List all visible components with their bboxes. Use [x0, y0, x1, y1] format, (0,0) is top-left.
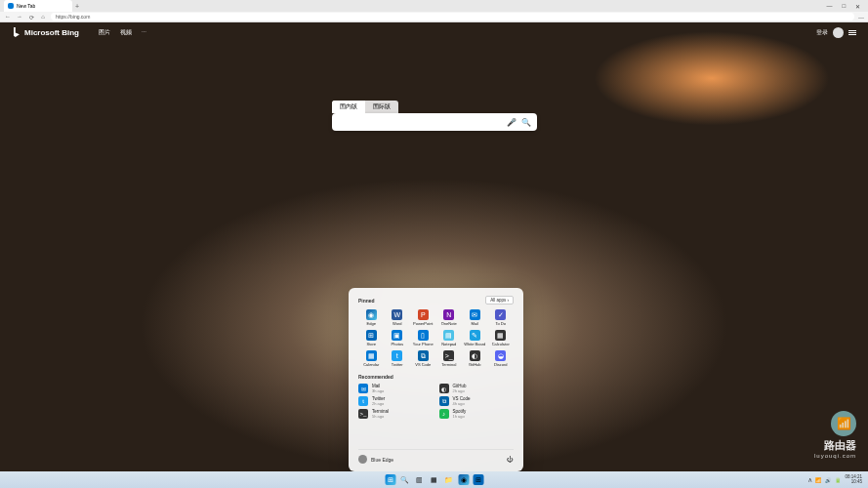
user-avatar[interactable]	[833, 27, 844, 38]
reco-icon: ✉	[358, 384, 368, 393]
url-text: https://bing.com	[56, 14, 90, 20]
taskbar-start-button[interactable]: ⊞	[385, 474, 395, 485]
app-icon: ◒	[495, 350, 506, 361]
pinned-app-photos[interactable]: ▣Photos	[385, 329, 411, 347]
app-label: Mail	[472, 321, 478, 326]
recommended-item-github[interactable]: ◐GitHub2h ago	[439, 384, 515, 393]
pinned-app-github[interactable]: ◐GitHub	[462, 349, 488, 368]
search-tab-domestic[interactable]: 国内版	[332, 101, 365, 113]
app-label: Calendar	[363, 362, 379, 367]
window-minimize[interactable]: —	[826, 3, 832, 10]
search-container: 国内版 国际版 🎤 🔍	[332, 101, 537, 131]
extensions-icon[interactable]: ⋯	[858, 14, 864, 20]
recommended-item-vs-code[interactable]: ⧉VS Code4h ago	[439, 396, 515, 406]
pinned-app-to-do[interactable]: ✓To Do	[488, 308, 515, 327]
watermark-title: 路由器	[814, 438, 856, 453]
pinned-app-terminal[interactable]: >_Terminal	[436, 349, 463, 368]
nav-images[interactable]: 图片	[99, 28, 110, 37]
pinned-app-vs-code[interactable]: ⧉VS Code	[410, 349, 436, 368]
pinned-app-calendar[interactable]: ▦Calendar	[358, 349, 385, 368]
search-box[interactable]: 🎤 🔍	[332, 113, 537, 131]
pinned-app-calculator[interactable]: ▦Calculator	[488, 329, 515, 347]
recommended-item-mail[interactable]: ✉Mail3h ago	[358, 384, 434, 393]
nav-more[interactable]: ···	[142, 28, 146, 37]
bing-logo-icon	[12, 27, 21, 37]
reco-icon: t	[358, 396, 368, 406]
all-apps-button[interactable]: All apps ›	[485, 296, 514, 305]
app-label: Terminal	[441, 362, 456, 367]
voice-search-icon[interactable]: 🎤	[507, 118, 517, 127]
tray-battery-icon[interactable]: 🔋	[835, 477, 841, 483]
nav-videos[interactable]: 视频	[120, 28, 132, 37]
recommended-item-terminal[interactable]: >_Terminal5h ago	[358, 409, 434, 419]
pinned-app-twitter[interactable]: tTwitter	[385, 349, 411, 368]
app-label: VS Code	[415, 362, 431, 367]
app-icon: ▤	[443, 330, 454, 341]
recommended-item-twitter[interactable]: tTwitter2h ago	[358, 396, 434, 406]
bing-logo[interactable]: Microsoft Bing	[12, 27, 79, 37]
new-tab-button[interactable]: +	[72, 3, 82, 10]
app-icon: ▦	[495, 330, 506, 341]
hamburger-menu-icon[interactable]	[848, 30, 856, 35]
app-icon: P	[418, 309, 429, 320]
search-icon[interactable]: 🔍	[521, 118, 531, 127]
search-input[interactable]	[338, 119, 507, 126]
start-menu-user[interactable]: Blue Edge	[358, 455, 393, 464]
pinned-app-store[interactable]: ⊞Store	[358, 329, 385, 347]
app-icon: ⊞	[366, 330, 377, 341]
refresh-button[interactable]: ⟳	[27, 13, 35, 20]
pinned-app-mail[interactable]: ✉Mail	[462, 308, 488, 327]
app-icon: ◐	[470, 350, 480, 361]
taskbar-widgets-button[interactable]: ▦	[429, 474, 439, 485]
pinned-app-discord[interactable]: ◒Discord	[488, 349, 515, 368]
pinned-heading: Pinned	[358, 298, 375, 304]
back-button[interactable]: ←	[4, 13, 12, 20]
app-label: Notepad	[441, 342, 456, 346]
address-bar[interactable]: https://bing.com	[51, 13, 854, 20]
reco-icon: ◐	[439, 384, 449, 393]
pinned-app-onenote[interactable]: NOneNote	[436, 308, 463, 327]
taskbar-clock[interactable]: 08:14:21 10:45	[845, 475, 862, 485]
pinned-app-white-board[interactable]: ✎White Board	[462, 329, 488, 347]
window-close[interactable]: ✕	[855, 3, 860, 10]
taskbar-edge-button[interactable]: ◉	[458, 474, 469, 485]
power-button[interactable]: ⏻	[507, 456, 514, 463]
recommended-item-spotify[interactable]: ♪Spotify1h ago	[439, 409, 515, 419]
pinned-app-notepad[interactable]: ▤Notepad	[436, 329, 463, 347]
app-icon: >_	[443, 350, 454, 361]
app-label: Word	[393, 321, 401, 326]
app-icon: ✉	[470, 309, 480, 320]
tray-wifi-icon[interactable]: 📶	[815, 477, 821, 483]
taskbar-explorer-button[interactable]: 📁	[443, 474, 454, 485]
login-link[interactable]: 登录	[816, 28, 828, 37]
app-icon: ▣	[392, 330, 402, 341]
tray-volume-icon[interactable]: 🔊	[825, 477, 831, 483]
recommended-heading: Recommended	[358, 374, 393, 380]
app-label: Store	[366, 342, 376, 346]
app-icon: ✓	[495, 309, 506, 320]
forward-button[interactable]: →	[16, 13, 23, 20]
reco-icon: ⧉	[439, 396, 449, 406]
app-label: Twitter	[392, 362, 403, 367]
pinned-apps-grid: ◉EdgeWWordPPowerPointNOneNote✉Mail✓To Do…	[358, 308, 514, 368]
tray-chevron-icon[interactable]: ᐱ	[808, 477, 811, 483]
pinned-app-your-phone[interactable]: ▯Your Phone	[410, 329, 436, 347]
browser-tab-active[interactable]: New Tab	[4, 0, 72, 12]
pinned-app-powerpoint[interactable]: PPowerPoint	[410, 308, 436, 327]
taskbar-store-button[interactable]: ⊞	[473, 474, 483, 485]
home-button[interactable]: ⌂	[39, 13, 47, 20]
pinned-app-edge[interactable]: ◉Edge	[358, 308, 385, 327]
pinned-app-word[interactable]: WWord	[385, 308, 411, 327]
reco-subtitle: 1h ago	[453, 414, 467, 419]
app-label: White Board	[464, 342, 485, 346]
taskbar-taskview-button[interactable]: ▥	[414, 474, 425, 485]
app-label: Edge	[367, 321, 376, 326]
window-maximize[interactable]: □	[842, 3, 846, 10]
app-icon: N	[443, 309, 454, 320]
tab-favicon	[8, 3, 14, 9]
app-label: OneNote	[441, 321, 457, 326]
app-icon: ⧉	[418, 350, 429, 361]
tab-title: New Tab	[17, 3, 35, 9]
search-tab-intl[interactable]: 国际版	[365, 101, 398, 113]
taskbar-search-button[interactable]: 🔍	[399, 474, 410, 485]
